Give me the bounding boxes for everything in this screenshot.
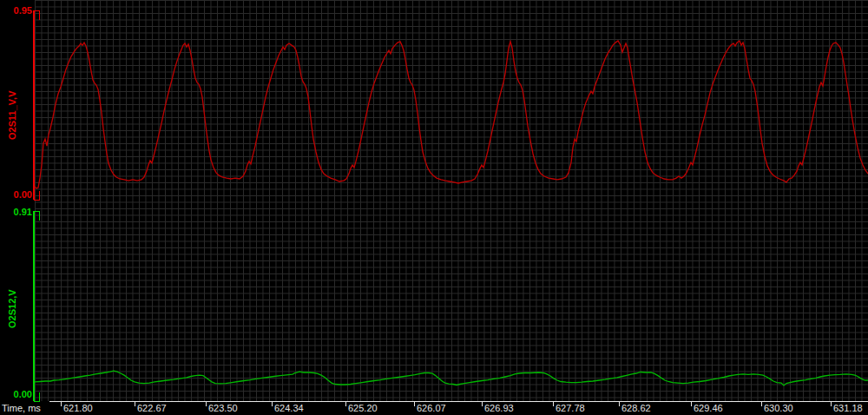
time-tick-label: 630.30 <box>764 403 793 413</box>
time-tick-label: 626.07 <box>417 403 446 413</box>
oscilloscope-view: 0.95 0.00 0.91 0.00 O2S11_V,V O2S12,V Ti… <box>0 0 868 415</box>
channel1-ymax-label: 0.95 <box>0 5 32 16</box>
time-tick-label: 623.50 <box>208 403 238 413</box>
channel1-ymin-label: 0.00 <box>0 189 32 200</box>
time-tick-label: 627.78 <box>556 403 585 413</box>
channel2-axis-top-bracket <box>34 211 40 221</box>
channel2-ymin-label: 0.00 <box>0 389 32 399</box>
time-tick-label: 625.20 <box>348 403 378 413</box>
time-tick-label: 621.80 <box>63 403 93 413</box>
channel2-y-axis <box>33 211 35 401</box>
channel2-name-label: O2S12,V <box>7 289 17 328</box>
plot-grid[interactable] <box>35 0 868 401</box>
time-axis-line <box>49 401 868 402</box>
time-axis-title: Time, ms <box>2 403 41 413</box>
time-tick-label: 629.46 <box>694 403 723 413</box>
time-tick-label: 631.18 <box>833 403 863 413</box>
channel1-name-label: O2S11_V,V <box>7 91 17 140</box>
time-tick-label: 622.67 <box>137 403 167 413</box>
time-tick-label: 626.93 <box>484 403 514 413</box>
channel1-axis-bottom-bracket <box>34 191 40 201</box>
channel2-ymax-label: 0.91 <box>0 207 32 217</box>
time-tick-label: 624.34 <box>274 403 304 413</box>
channel1-axis-top-bracket <box>34 10 40 20</box>
channel2-axis-bottom-bracket <box>34 392 40 402</box>
channel1-y-axis <box>33 10 35 200</box>
time-tick-label: 628.62 <box>621 403 651 413</box>
